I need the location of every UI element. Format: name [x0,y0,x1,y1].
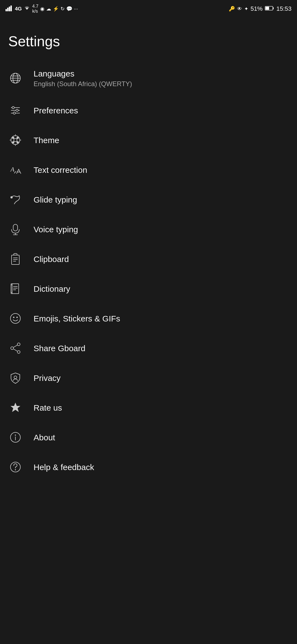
svg-point-16 [16,109,18,111]
svg-point-25 [11,197,12,198]
emojis-label: Emojis, Stickers & GIFs [34,313,289,324]
text-correction-label: Text correction [34,165,289,175]
preferences-label: Preferences [34,105,289,116]
svg-rect-0 [6,9,7,11]
svg-point-40 [10,313,20,323]
settings-item-help-feedback[interactable]: Help & feedback [0,452,297,482]
preferences-text: Preferences [34,105,289,116]
svg-point-52 [15,435,16,436]
eye-icon: 👁 [237,6,242,12]
rate-us-text: Rate us [34,402,289,413]
status-right: 🔑 👁 ✦ 51% 15:53 [229,5,292,12]
clipboard-label: Clipboard [34,254,289,264]
info-icon [8,430,23,444]
key-icon: 🔑 [229,6,235,12]
preferences-icon [8,103,23,118]
vpn-icon: ◉ [40,6,45,12]
settings-item-emojis[interactable]: Emojis, Stickers & GIFs [0,304,297,333]
battery-text: 51% [251,5,263,12]
settings-list: Languages English (South Africa) (QWERTY… [0,61,297,482]
help-feedback-text: Help & feedback [34,462,289,473]
settings-item-preferences[interactable]: Preferences [0,95,297,125]
svg-rect-26 [13,224,18,231]
dictionary-label: Dictionary [34,283,289,294]
theme-icon [8,133,23,147]
help-feedback-label: Help & feedback [34,462,289,473]
settings-item-glide-typing[interactable]: Glide typing [0,185,297,214]
svg-text:A: A [10,166,15,173]
settings-item-share-gboard[interactable]: Share Gboard [0,333,297,363]
speed-text: 4.7k/s [32,4,38,14]
emoji-icon [8,311,23,326]
settings-item-theme[interactable]: Theme [0,125,297,155]
status-left: 4G 4.7k/s ◉ ☁ ⚡ ↻ 💬 ··· [6,4,78,14]
bluetooth-icon: ✦ [244,6,248,12]
share-gboard-text: Share Gboard [34,343,289,354]
cloud-icon: ☁ [46,6,51,12]
settings-item-about[interactable]: About [0,422,297,452]
languages-label: Languages [34,68,289,79]
svg-rect-2 [9,7,10,11]
text-correction-text: Text correction [34,165,289,175]
svg-point-43 [17,343,20,346]
glide-typing-label: Glide typing [34,194,289,205]
svg-point-15 [12,107,14,109]
svg-point-17 [13,112,15,114]
flash-icon: ⚡ [53,6,59,12]
about-label: About [34,432,289,443]
settings-item-dictionary[interactable]: Dictionary [0,274,297,304]
svg-rect-1 [7,8,9,11]
svg-point-44 [11,347,13,350]
theme-text: Theme [34,135,289,146]
svg-point-18 [11,136,20,144]
svg-point-45 [17,351,20,353]
privacy-label: Privacy [34,373,289,383]
glide-typing-text: Glide typing [34,194,289,205]
clipboard-icon [8,252,23,266]
about-text: About [34,432,289,443]
svg-point-20 [12,137,14,139]
svg-point-21 [17,137,18,139]
messenger-icon: 💬 [66,6,72,12]
svg-rect-34 [12,284,19,294]
svg-rect-6 [273,7,274,9]
voice-typing-label: Voice typing [34,224,289,235]
svg-point-19 [14,138,17,142]
settings-item-text-correction[interactable]: A Text correction [0,155,297,185]
status-bar: 4G 4.7k/s ◉ ☁ ⚡ ↻ 💬 ··· 🔑 👁 ✦ 51% 15:53 [0,0,297,17]
settings-item-clipboard[interactable]: Clipboard [0,244,297,274]
dictionary-icon [8,282,23,296]
svg-rect-5 [265,7,269,10]
svg-point-54 [15,469,16,470]
languages-text: Languages English (South Africa) (QWERTY… [34,68,289,88]
rate-us-label: Rate us [34,402,289,413]
settings-item-rate-us[interactable]: Rate us [0,393,297,422]
settings-item-voice-typing[interactable]: Voice typing [0,214,297,244]
svg-line-47 [13,349,18,351]
languages-sublabel: English (South Africa) (QWERTY) [34,80,289,88]
globe-icon [8,71,23,85]
clipboard-text: Clipboard [34,254,289,264]
network-label: 4G [15,6,22,12]
voice-typing-text: Voice typing [34,224,289,235]
settings-item-languages[interactable]: Languages English (South Africa) (QWERTY… [0,61,297,95]
dictionary-text: Dictionary [34,283,289,294]
sync-icon: ↻ [61,6,65,12]
star-icon [8,400,23,415]
theme-label: Theme [34,135,289,146]
settings-item-privacy[interactable]: Privacy [0,363,297,393]
svg-marker-49 [10,403,20,412]
emojis-text: Emojis, Stickers & GIFs [34,313,289,324]
time-text: 15:53 [276,5,292,12]
svg-point-41 [13,317,15,318]
text-correction-icon: A [8,163,23,177]
glide-typing-icon [8,192,23,207]
svg-point-42 [16,317,18,318]
help-icon [8,460,23,474]
page-title: Settings [0,17,297,61]
microphone-icon [8,222,23,236]
share-icon [8,341,23,355]
svg-line-46 [13,345,18,348]
wifi-icon [23,5,31,12]
svg-point-22 [12,141,14,143]
